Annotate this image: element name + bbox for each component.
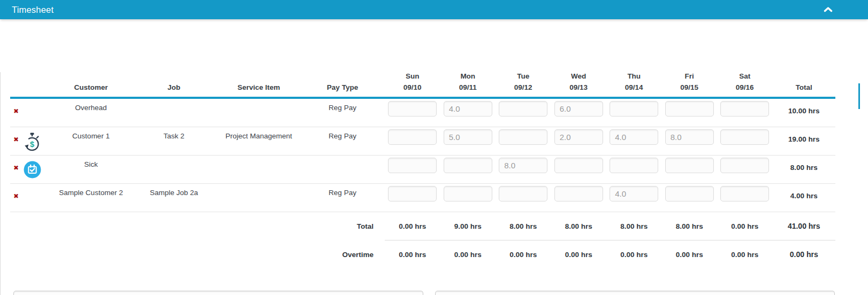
hours-input[interactable]: [444, 129, 492, 145]
chevron-up-icon: [824, 7, 833, 12]
column-header-day-tue: Tue09/12: [496, 72, 551, 97]
delete-row-button[interactable]: ✖: [13, 108, 19, 114]
hours-input[interactable]: [499, 158, 547, 173]
hours-cell: [606, 99, 662, 127]
customer-cell: Overhead: [51, 99, 131, 127]
timesheet-panel: Timesheet CustomerJobService ItemPay Typ…: [0, 0, 868, 295]
job-cell: [131, 156, 217, 184]
service-item-cell: [217, 99, 300, 127]
scrollbar-thumb[interactable]: [858, 83, 860, 109]
hours-input[interactable]: [388, 101, 437, 117]
hours-input[interactable]: [665, 186, 714, 201]
pay-type-cell: Reg Pay: [300, 184, 385, 212]
day-name: Fri: [685, 71, 694, 82]
hours-cell: [496, 184, 551, 212]
hours-input[interactable]: [499, 129, 547, 145]
column-header-customer: Customer: [51, 72, 131, 97]
timesheet-grid: CustomerJobService ItemPay TypeSun09/10M…: [10, 72, 835, 268]
pto-calendar-icon: [24, 161, 41, 178]
hours-input[interactable]: [720, 186, 769, 201]
hours-cell: [440, 99, 496, 127]
svg-text:$: $: [30, 140, 34, 149]
day-total-value: 0.00 hrs: [717, 212, 773, 240]
hours-input[interactable]: [444, 101, 492, 117]
hours-input[interactable]: [388, 186, 437, 201]
customer-cell: Sick: [51, 156, 131, 184]
delete-row-button[interactable]: ✖: [13, 165, 19, 171]
delete-row-button[interactable]: ✖: [13, 136, 19, 143]
hours-cell: [606, 127, 662, 156]
hours-input[interactable]: [720, 129, 769, 145]
column-header-day-mon: Mon09/11: [440, 72, 496, 97]
row-total: 4.00 hrs: [773, 184, 836, 212]
hours-input[interactable]: [554, 158, 603, 173]
hours-cell: [440, 127, 496, 156]
hours-input[interactable]: [499, 186, 547, 201]
hours-input[interactable]: [610, 101, 658, 117]
day-overtime-value: 0.00 hrs: [440, 240, 496, 268]
hours-input[interactable]: [388, 158, 437, 173]
service-item-cell: [217, 184, 300, 212]
hours-cell: [385, 184, 440, 212]
panel-header: Timesheet: [0, 0, 868, 19]
hours-input[interactable]: [499, 101, 547, 117]
row-actions: ✖: [10, 156, 51, 184]
notes-box[interactable]: [13, 291, 423, 295]
hours-input[interactable]: [610, 186, 658, 201]
total-row-label: Total: [10, 212, 385, 240]
day-date: 09/13: [569, 82, 588, 94]
service-item-cell: Project Management: [217, 127, 300, 156]
row-total: 8.00 hrs: [773, 156, 836, 184]
day-total-value: 8.00 hrs: [496, 212, 551, 240]
pay-type-cell: Reg Pay: [300, 127, 385, 156]
day-overtime-value: 0.00 hrs: [717, 240, 773, 268]
column-header-day-thu: Thu09/14: [606, 72, 662, 97]
day-name: Sun: [406, 71, 420, 82]
day-overtime-value: 0.00 hrs: [551, 240, 607, 268]
hours-input[interactable]: [610, 129, 658, 145]
row-actions: ✖$: [10, 127, 51, 156]
hours-input[interactable]: [720, 158, 769, 173]
day-name: Thu: [627, 71, 641, 82]
day-total-value: 8.00 hrs: [551, 212, 607, 240]
hours-input[interactable]: [554, 186, 603, 201]
job-cell: [131, 99, 217, 127]
hours-input[interactable]: [665, 129, 714, 145]
day-name: Sat: [739, 71, 750, 82]
hours-input[interactable]: [444, 186, 492, 201]
pay-type-cell: [300, 156, 385, 184]
hours-cell: [606, 184, 662, 212]
hours-input[interactable]: [444, 158, 492, 173]
hours-input[interactable]: [554, 129, 603, 145]
customer-cell: Sample Customer 2: [51, 184, 131, 212]
hours-input[interactable]: [720, 101, 769, 117]
hours-cell: [496, 127, 551, 156]
hours-cell: [717, 156, 773, 184]
hours-cell: [385, 99, 440, 127]
hours-cell: [662, 99, 718, 127]
hours-cell: [606, 156, 662, 184]
hours-input[interactable]: [554, 101, 603, 117]
day-overtime-value: 0.00 hrs: [662, 240, 718, 268]
bottom-panels: [13, 291, 835, 295]
row-actions: ✖: [10, 99, 51, 127]
hours-input[interactable]: [610, 158, 658, 173]
hours-cell: [440, 184, 496, 212]
hours-cell: [496, 156, 551, 184]
column-header-actions: [10, 72, 51, 97]
hours-input[interactable]: [388, 129, 437, 145]
overtime-row-label: Overtime: [10, 240, 385, 268]
column-header-day-sun: Sun09/10: [385, 72, 440, 97]
day-total-value: 9.00 hrs: [440, 212, 496, 240]
hours-input[interactable]: [665, 101, 714, 117]
day-overtime-value: 0.00 hrs: [385, 240, 440, 268]
delete-row-button[interactable]: ✖: [13, 193, 19, 199]
details-box[interactable]: [435, 291, 835, 295]
hours-cell: [385, 127, 440, 156]
column-header-day-fri: Fri09/15: [662, 72, 718, 97]
hours-cell: [551, 127, 607, 156]
collapse-panel-button[interactable]: [824, 7, 833, 12]
hours-cell: [496, 99, 551, 127]
day-overtime-value: 0.00 hrs: [606, 240, 662, 268]
hours-input[interactable]: [665, 158, 714, 173]
